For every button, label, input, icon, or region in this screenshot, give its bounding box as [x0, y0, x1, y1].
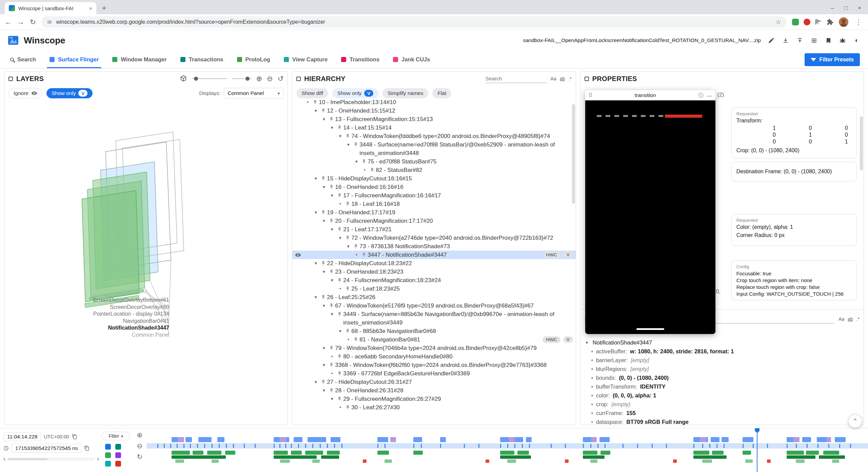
- profile-avatar[interactable]: [839, 17, 848, 27]
- window-close-icon[interactable]: ×: [858, 5, 861, 12]
- hierarchy-tree[interactable]: •10 - ImePlaceholder:13:14#10▾12 - OneHa…: [292, 98, 575, 425]
- filter-presets-button[interactable]: Filter Presets: [805, 53, 860, 66]
- trace-icon[interactable]: [115, 452, 121, 458]
- expand-arrow[interactable]: ▾: [320, 217, 328, 225]
- timeline-reset-icon[interactable]: ↻: [137, 453, 143, 461]
- pin-icon[interactable]: [328, 301, 335, 308]
- property-row[interactable]: color:(0, 0, 0), alpha: 1: [584, 391, 862, 400]
- pin-icon[interactable]: [328, 217, 335, 223]
- address-bar[interactable]: winscope.teams.x20web.corp.google.com/pr…: [41, 16, 787, 28]
- expand-arrow[interactable]: ▾: [328, 395, 336, 403]
- timeline-canvas[interactable]: [146, 428, 868, 472]
- tab-window-manager[interactable]: Window Manager: [105, 51, 174, 68]
- shortcuts-icon[interactable]: ⊞: [810, 37, 818, 44]
- tree-row[interactable]: •30 - Leaf:26:27#30: [292, 403, 575, 412]
- tree-row[interactable]: ▾19 - OneHanded:17:17#19: [292, 208, 575, 217]
- timeline-prev-icon[interactable]: ‹: [3, 455, 5, 463]
- pin-icon[interactable]: [336, 369, 343, 376]
- expand-arrow[interactable]: ▾: [312, 174, 319, 183]
- expand-arrow[interactable]: ▾: [312, 106, 319, 115]
- expand-arrow[interactable]: ▾: [312, 293, 319, 301]
- documentation-icon[interactable]: [825, 37, 832, 44]
- expand-arrow[interactable]: ▾: [320, 344, 328, 352]
- download-icon[interactable]: [782, 37, 789, 44]
- pin-icon[interactable]: [352, 335, 359, 342]
- property-row[interactable]: barrierLayer:[empty]: [584, 356, 862, 365]
- tree-row[interactable]: ▾20 - FullscreenMagnification:17:17#20: [292, 217, 575, 225]
- property-row[interactable]: bufferTransform:IDENTITY: [584, 382, 862, 391]
- extension-icon-green[interactable]: [792, 19, 799, 25]
- simplify-names-chip[interactable]: Simplify names: [382, 88, 428, 98]
- pin-icon[interactable]: [311, 98, 319, 105]
- expand-arrow[interactable]: ▾: [336, 327, 344, 335]
- tree-row[interactable]: ▾68 - 885b63e NavigationBar0#68: [292, 327, 575, 335]
- expand-arrow[interactable]: ▾: [344, 140, 352, 149]
- tree-row[interactable]: ▾29 - FullscreenMagnification:26:27#29: [292, 395, 575, 403]
- tree-row[interactable]: ▾3448 - Surface(name=ed70f88 StatusBar)/…: [292, 140, 575, 157]
- browser-menu-icon[interactable]: ⋮: [854, 18, 863, 26]
- match-word-icon[interactable]: ab: [560, 76, 565, 81]
- tab-transitions[interactable]: Transitions: [334, 51, 386, 68]
- tree-row[interactable]: ▾73 - 8736138 NotificationShade#73: [292, 242, 575, 251]
- pin-icon[interactable]: [336, 352, 343, 359]
- timeline-next-icon[interactable]: ›: [97, 455, 99, 463]
- expand-arrow[interactable]: ▾: [328, 276, 336, 284]
- tree-row[interactable]: •80 - ace6abb SecondaryHomeHandle0#80: [292, 352, 575, 361]
- rotation-slider[interactable]: [192, 78, 227, 79]
- tab-transactions[interactable]: Transactions: [174, 51, 230, 68]
- timeline-zoom-in-icon[interactable]: ⊕: [137, 431, 143, 439]
- report-bug-icon[interactable]: [839, 37, 846, 44]
- upload-icon[interactable]: [796, 37, 804, 44]
- pin-icon[interactable]: [328, 344, 335, 351]
- timeline-zoom-out-icon[interactable]: ⊖: [137, 442, 143, 450]
- copy-icon[interactable]: [84, 446, 90, 451]
- layer-label[interactable]: ScreenDecorOverlayBottom#61: [4, 297, 169, 304]
- timeline-cursor[interactable]: [757, 428, 757, 472]
- bookmark-star-icon[interactable]: ☆: [776, 18, 781, 26]
- expand-arrow[interactable]: ▾: [336, 234, 344, 242]
- url-text[interactable]: winscope.teams.x20web.corp.google.com/pr…: [56, 19, 772, 25]
- collapse-timeline-button[interactable]: ⌃: [848, 414, 862, 428]
- trace-icon[interactable]: [115, 444, 121, 450]
- tree-row[interactable]: ▾12 - OneHanded:15:15#12: [292, 106, 575, 115]
- timeline-filter-button[interactable]: Filter ▾: [102, 432, 130, 440]
- panel-handle-icon[interactable]: [585, 77, 589, 81]
- extension-icon-cursor[interactable]: [815, 19, 822, 25]
- property-row[interactable]: bounds:(0, 0) - (1080, 2400): [584, 373, 862, 382]
- edit-icon[interactable]: [768, 37, 775, 44]
- property-row[interactable]: currFrame:155: [584, 409, 862, 417]
- property-row[interactable]: blurRegions:[empty]: [584, 365, 862, 373]
- tab-search[interactable]: Search: [3, 51, 43, 68]
- panel-handle-icon[interactable]: [8, 77, 13, 81]
- pin-icon[interactable]: [319, 174, 327, 181]
- tab-surface-flinger[interactable]: Surface Flinger: [43, 51, 105, 68]
- tree-row[interactable]: ▾3449 - Surface(name=885b63e NavigationB…: [292, 310, 575, 327]
- tree-row[interactable]: ▾14 - Leaf:15:15#14: [292, 123, 575, 132]
- properties-scrollbar[interactable]: [860, 116, 863, 171]
- expand-arrow[interactable]: ▾: [353, 157, 360, 166]
- pin-icon[interactable]: [328, 183, 335, 190]
- pin-icon[interactable]: [319, 208, 327, 215]
- tree-row[interactable]: ▾28 - OneHanded:26:31#28: [292, 386, 575, 395]
- layer-label[interactable]: NotificationShade#3447: [4, 324, 169, 332]
- 3d-view-icon[interactable]: [180, 75, 187, 82]
- new-tab-button[interactable]: +: [99, 3, 109, 13]
- drag-handle-icon[interactable]: ⠿: [589, 92, 592, 98]
- reload-icon[interactable]: ↻: [30, 18, 36, 26]
- current-time-box[interactable]: 11:04:14.228: [3, 432, 41, 441]
- pin-icon[interactable]: [328, 268, 335, 274]
- pin-icon[interactable]: [336, 276, 343, 283]
- tree-row[interactable]: •3369 - 67726bf EdgeBackGestureHandler0#…: [292, 369, 575, 378]
- pin-icon[interactable]: [344, 234, 351, 240]
- pin-icon[interactable]: [344, 403, 351, 410]
- pin-icon[interactable]: [336, 191, 343, 198]
- trace-icon[interactable]: [105, 452, 111, 458]
- expand-arrow[interactable]: ▾: [320, 386, 328, 395]
- transition-mini-window[interactable]: ⠿ transition ⓘ —: [585, 90, 715, 334]
- tree-row[interactable]: ▾74 - WindowToken{fdddbe6 type=2000 andr…: [292, 132, 575, 140]
- flat-chip[interactable]: Flat: [432, 88, 451, 98]
- pin-icon[interactable]: [319, 259, 327, 266]
- pin-icon[interactable]: [319, 106, 327, 113]
- tree-row[interactable]: •10 - ImePlaceholder:13:14#10: [292, 98, 575, 106]
- pin-icon[interactable]: [352, 140, 359, 147]
